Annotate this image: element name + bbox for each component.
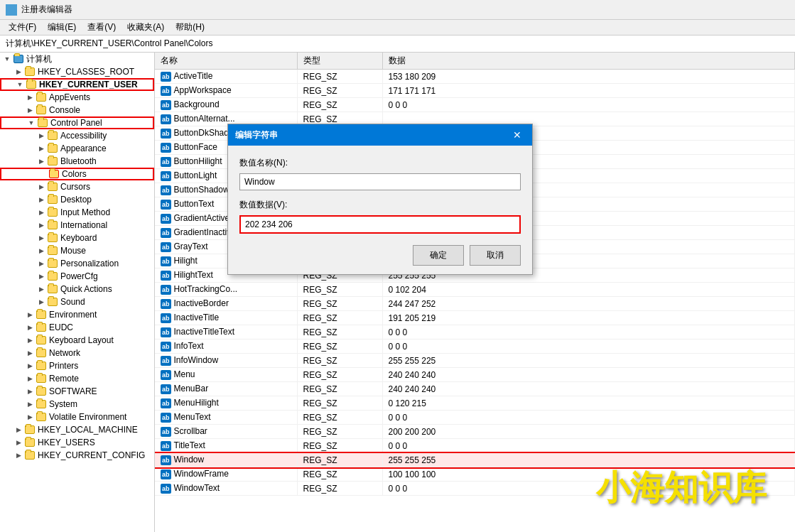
menu-view[interactable]: 查看(V) [82,20,121,35]
app-icon [6,4,17,16]
edit-string-dialog: 编辑字符串 ✕ 数值名称(N): 数值数据(V): 确定 取消 [227,124,533,275]
menu-favorites[interactable]: 收藏夹(A) [121,20,170,35]
dialog-cancel-button[interactable]: 取消 [470,245,521,266]
dialog-confirm-button[interactable]: 确定 [413,245,464,266]
dialog-buttons: 确定 取消 [239,242,521,266]
dialog-name-label: 数值名称(N): [239,157,521,169]
dialog-close-button[interactable]: ✕ [509,127,525,143]
main-area: 计算机 HKEY_CLASSES_ROOT HKEY_CURRENT_USER … [0,53,795,532]
dialog-title-bar: 编辑字符串 ✕ [228,124,532,146]
menu-edit[interactable]: 编辑(E) [42,20,82,35]
dialog-body: 数值名称(N): 数值数据(V): 确定 取消 [228,146,532,274]
dialog-value-input[interactable] [239,215,521,234]
dialog-value-label: 数值数据(V): [239,199,521,211]
title-bar: 注册表编辑器 [0,0,795,20]
dialog-name-input[interactable] [239,173,521,190]
menu-help[interactable]: 帮助(H) [170,20,210,35]
path-bar: 计算机\HKEY_CURRENT_USER\Control Panel\Colo… [0,36,795,53]
path-text: 计算机\HKEY_CURRENT_USER\Control Panel\Colo… [6,38,212,50]
dialog-overlay: 编辑字符串 ✕ 数值名称(N): 数值数据(V): 确定 取消 [0,53,795,532]
dialog-title: 编辑字符串 [235,129,278,141]
menu-bar: 文件(F) 编辑(E) 查看(V) 收藏夹(A) 帮助(H) [0,20,795,36]
app-title: 注册表编辑器 [21,4,72,16]
menu-file[interactable]: 文件(F) [3,20,42,35]
